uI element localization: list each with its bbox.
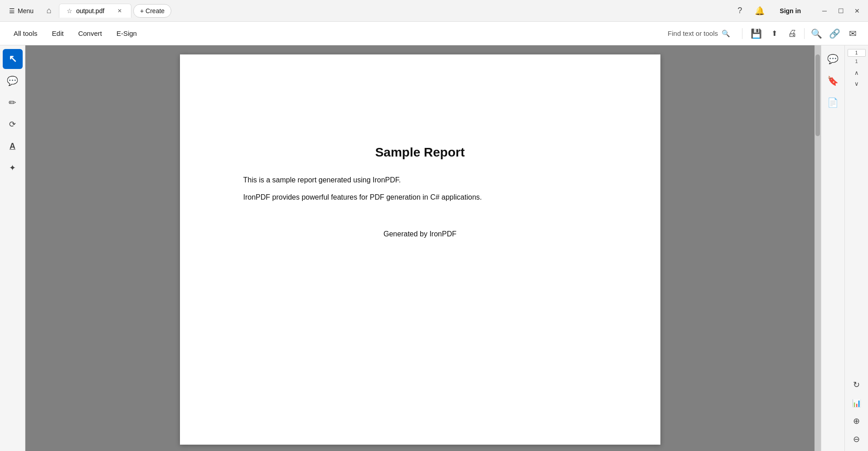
comment-tool-button[interactable]: 💬 [3,71,23,91]
page-count-label: 1 [855,59,858,64]
zoom-out-icon: ⊖ [853,434,860,444]
prev-page-button[interactable]: ∧ [850,68,863,78]
window-controls: ─ ☐ ✕ [817,4,864,18]
home-icon: ⌂ [47,6,52,15]
comments-panel-icon: 💬 [827,54,839,64]
thumbnails-panel: 1 1 ∧ ∨ ↻ 📊 ⊕ ⊖ [844,45,868,451]
toolbar-divider-2 [804,28,805,39]
menu-items: All tools Edit Convert E-Sign [7,27,143,40]
menu-item-convert[interactable]: Convert [72,27,108,40]
pdf-paragraph-1: This is a sample report generated using … [243,174,597,186]
notification-button[interactable]: 🔔 [752,4,767,18]
pdf-page: Sample Report This is a sample report ge… [180,54,660,445]
find2-icon: 🔍 [811,28,822,39]
toolbar-divider-1 [742,28,742,39]
bookmarks-panel-button[interactable]: 🔖 [823,71,843,91]
thumb-navigation: ∧ ∨ [850,68,863,88]
pdf-footer: Generated by IronPDF [383,230,456,238]
comment-icon: 💬 [7,75,18,86]
zoom-in-icon: ⊕ [853,416,860,426]
minimize-button[interactable]: ─ [817,4,832,18]
pencil-icon: ✏ [9,97,16,108]
main-layout: ↖ 💬 ✏ ⟳ A ✦ Sample Report This is a samp… [0,45,868,451]
doc-info-button[interactable]: 📊 [849,395,865,411]
chevron-up-icon: ∧ [854,69,859,76]
tab-close-button[interactable]: ✕ [116,7,124,15]
left-sidebar: ↖ 💬 ✏ ⟳ A ✦ [0,45,25,451]
help-button[interactable]: ? [732,4,747,18]
bell-icon: 🔔 [755,6,765,16]
chevron-down-icon: ∨ [854,80,859,87]
help-icon: ? [737,6,742,15]
maximize-button[interactable]: ☐ [834,4,848,18]
select-tool-button[interactable]: ↖ [3,49,23,69]
create-label: + Create [140,7,165,15]
link-tool-button[interactable]: ⟳ [3,114,23,134]
zoom-out-button[interactable]: ⊖ [849,431,865,447]
right-panel: 💬 🔖 📄 [821,45,844,451]
hamburger-icon: ☰ [9,7,15,15]
pdf-tab[interactable]: ☆ output.pdf ✕ [59,4,131,18]
menu-item-edit[interactable]: Edit [46,27,70,40]
print-icon: 🖨 [788,28,797,39]
menu-item-esign[interactable]: E-Sign [110,27,143,40]
link-icon: 🔗 [829,28,840,39]
text-icon: A [10,142,15,151]
pages-panel-button[interactable]: 📄 [823,93,843,113]
annotate-tool-button[interactable]: ✏ [3,93,23,113]
zoom-in-button[interactable]: ⊕ [849,413,865,429]
doc-info-icon: 📊 [852,399,861,407]
find-text-button[interactable]: Find text or tools 🔍 [661,27,737,40]
find-text-label: Find text or tools [668,29,718,37]
menu-button[interactable]: ☰ Menu [4,5,39,17]
comments-panel-button[interactable]: 💬 [823,49,843,69]
tab-filename: output.pdf [76,7,104,15]
save-icon: 💾 [751,28,762,39]
upload-icon: ⬆ [771,29,777,38]
mail-icon: ✉ [849,28,857,39]
page-thumb-number: 1 [855,50,858,55]
center-scrollbar[interactable] [815,45,821,451]
menu-bar-right: Find text or tools 🔍 💾 ⬆ 🖨 🔍 🔗 ✉ [661,25,861,42]
bookmarks-panel-icon: 🔖 [827,75,839,86]
page-thumbnail[interactable]: 1 [848,49,866,57]
scroll-thumb[interactable] [815,54,820,136]
menu-item-all-tools[interactable]: All tools [7,27,44,40]
close-button[interactable]: ✕ [850,4,864,18]
text-tool-button[interactable]: A [3,136,23,156]
save-button[interactable]: 💾 [748,25,764,42]
highlight-tool-button[interactable]: ✦ [3,158,23,178]
next-page-button[interactable]: ∨ [850,78,863,88]
thumb-actions: ↻ 📊 ⊕ ⊖ [849,377,865,447]
pages-panel-icon: 📄 [827,97,839,108]
menu-bar: All tools Edit Convert E-Sign Find text … [0,22,868,45]
loop-icon: ⟳ [9,119,16,129]
highlight-icon: ✦ [9,163,16,173]
title-bar-right: ? 🔔 Sign in ─ ☐ ✕ [732,4,864,18]
create-button[interactable]: + Create [133,4,171,18]
star-icon: ☆ [67,7,73,15]
email-button[interactable]: ✉ [844,25,861,42]
upload-button[interactable]: ⬆ [766,25,782,42]
link-button[interactable]: 🔗 [826,25,843,42]
find-icon: 🔍 [722,29,730,38]
pdf-paragraph-2: IronPDF provides powerful features for P… [243,191,597,203]
find2-button[interactable]: 🔍 [808,25,824,42]
refresh-button[interactable]: ↻ [849,377,865,393]
select-icon: ↖ [9,53,17,65]
refresh-icon: ↻ [853,380,860,390]
sign-in-button[interactable]: Sign in [772,5,808,17]
toolbar-icons: 💾 ⬆ 🖨 🔍 🔗 ✉ [748,25,861,42]
title-bar: ☰ Menu ⌂ ☆ output.pdf ✕ + Create ? 🔔 Sig… [0,0,868,22]
home-button[interactable]: ⌂ [41,3,57,19]
menu-label: Menu [18,7,34,15]
print-button[interactable]: 🖨 [784,25,800,42]
pdf-area[interactable]: Sample Report This is a sample report ge… [25,45,815,451]
pdf-title: Sample Report [375,145,465,160]
